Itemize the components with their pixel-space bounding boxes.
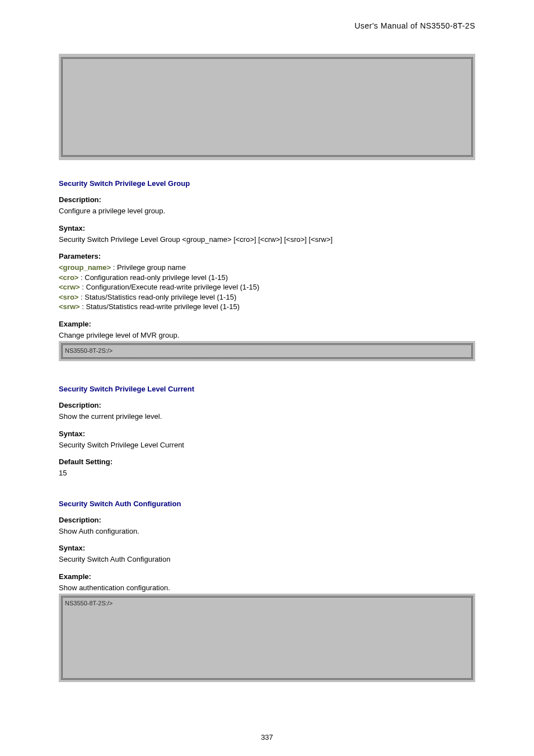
running-header: User's Manual of NS3550-8T-2S [59, 21, 475, 30]
param-row: <srw> : Status/Statistics read-write pri… [59, 302, 475, 312]
syntax-text: Security Switch Privilege Level Group <g… [59, 235, 475, 245]
example-box-c: NS3550-8T-2S:/>security switch auth conf… [61, 596, 473, 680]
param-row: <cro> : Configuration read-only privileg… [59, 273, 475, 283]
top-example-box [61, 57, 473, 157]
description-text: Show the current privilege level. [59, 412, 475, 422]
param-text: : Configuration read-only privilege leve… [81, 273, 228, 282]
prompt-text: NS3550-8T-2S:/> [65, 347, 113, 354]
syntax-label: Syntax: [59, 430, 475, 438]
page-number: 337 [0, 733, 534, 741]
example-label: Example: [59, 320, 475, 328]
page: User's Manual of NS3550-8T-2S Security S… [0, 0, 534, 756]
param-text: : Configuration/Execute read-write privi… [82, 283, 259, 291]
param-text: : Privilege group name [111, 263, 186, 272]
param-text: : Status/Statistics read-write privilege… [82, 302, 240, 311]
example-output: Auth Configuration: Client Authenticatio… [65, 600, 266, 671]
description-text: Configure a privilege level group. [59, 206, 475, 216]
section-heading-auth-config: Security Switch Auth Configuration [59, 500, 475, 508]
default-text: 15 [59, 468, 475, 478]
param-text: : Status/Statistics read-only privilege … [81, 293, 236, 301]
example-label: Example: [59, 572, 475, 581]
description-text: Show Auth configuration. [59, 526, 475, 536]
param-name: <srw> [59, 302, 82, 311]
example-desc: Change privilege level of MVR group. [59, 330, 475, 340]
syntax-text: Security Switch Privilege Level Current [59, 440, 475, 450]
param-row: <crw> : Configuration/Execute read-write… [59, 282, 475, 292]
command-text: security switch privilege level group mv… [113, 347, 266, 354]
description-label: Description: [59, 516, 475, 524]
syntax-text: Security Switch Auth Configuration [59, 554, 475, 564]
example-box-wrap-c: NS3550-8T-2S:/>security switch auth conf… [59, 594, 475, 682]
description-label: Description: [59, 401, 475, 409]
section-heading-privilege-current: Security Switch Privilege Level Current [59, 385, 475, 393]
description-label: Description: [59, 195, 475, 204]
param-name: <crw> [59, 283, 82, 291]
command-text: security switch auth configuration [113, 600, 213, 606]
example-desc: Show authentication configuration. [59, 583, 475, 593]
syntax-label: Syntax: [59, 544, 475, 552]
prompt-text: NS3550-8T-2S:/> [65, 600, 113, 606]
default-label: Default Setting: [59, 458, 475, 466]
param-name: <sro> [59, 293, 81, 301]
param-name: <group_name> [59, 263, 111, 272]
parameters-label: Parameters: [59, 252, 475, 260]
example-box-a: NS3550-8T-2S:/>security switch privilege… [61, 343, 473, 359]
section-heading-privilege-group: Security Switch Privilege Level Group [59, 179, 475, 188]
syntax-label: Syntax: [59, 224, 475, 232]
param-row: <sro> : Status/Statistics read-only priv… [59, 292, 475, 302]
param-row: <group_name> : Privilege group name [59, 263, 475, 273]
param-name: <cro> [59, 273, 81, 282]
parameters-list: <group_name> : Privilege group name <cro… [59, 263, 475, 312]
top-example-box-wrap [59, 54, 475, 160]
example-box-wrap-a: NS3550-8T-2S:/>security switch privilege… [59, 341, 475, 361]
